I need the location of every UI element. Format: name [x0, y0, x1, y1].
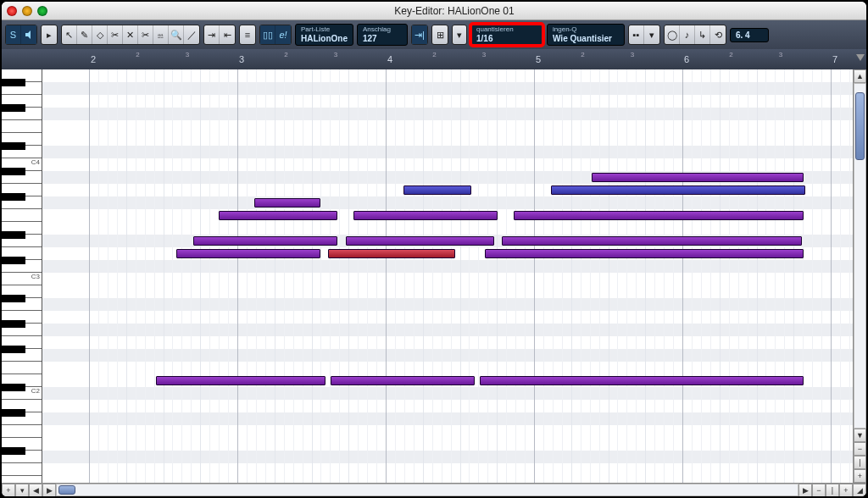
horizontal-scrollbar[interactable] [56, 484, 798, 496]
vertical-scroll-thumb[interactable] [855, 92, 865, 160]
move-insert-button[interactable]: ↳ [695, 25, 710, 44]
midi-note[interactable] [156, 376, 326, 385]
ruler-bar-number: 2 [81, 49, 106, 69]
scroll-left-button[interactable]: ◀ [29, 484, 42, 496]
zoom-h-slider[interactable]: | [826, 484, 839, 496]
erase-tool-icon[interactable]: ◇ [92, 25, 108, 44]
length-q-label: ingen-Q [553, 26, 619, 34]
midi-note[interactable] [331, 376, 475, 385]
split-tool-icon[interactable]: ✂ [138, 25, 153, 44]
midi-note[interactable] [592, 173, 804, 182]
show-info-button[interactable]: ≡ [240, 25, 255, 44]
vertical-scrollbar[interactable] [854, 83, 866, 429]
velocity-field[interactable]: Anschlag 127 [357, 24, 408, 46]
midi-note[interactable] [193, 236, 337, 246]
feedback-button[interactable] [21, 25, 36, 44]
color-menu-arrow-icon[interactable]: ▾ [644, 25, 659, 44]
quantize-label: quantisieren [476, 26, 537, 34]
controller-lane-toggle[interactable]: ▾ [15, 484, 29, 496]
midi-note[interactable] [514, 211, 804, 220]
length-q-value: Wie Quantisier [553, 34, 619, 43]
window-maximize-button[interactable] [37, 6, 47, 16]
record-pitch-button[interactable]: ⟲ [710, 25, 726, 44]
mute-tool-icon[interactable]: ✕ [123, 25, 138, 44]
midi-note[interactable] [346, 236, 494, 246]
scroll-right-end-button[interactable]: ▶ [798, 484, 812, 496]
time-ruler[interactable]: 223323423523623723 [2, 49, 866, 69]
nudge-right-button[interactable]: ⇤ [220, 25, 235, 44]
show-controllers-button[interactable]: ▯▯ [260, 25, 275, 44]
zoom-h-in-button[interactable]: + [839, 484, 853, 496]
snap-type-button[interactable]: ⊞ [432, 25, 448, 44]
snap-toggle-button[interactable]: ⇥| [412, 25, 427, 44]
midi-note[interactable] [328, 249, 455, 258]
glue-tool-icon[interactable]: ⎂ [153, 25, 169, 44]
ruler-bar-number: 6 [674, 49, 699, 69]
zoom-v-out-button[interactable]: − [854, 442, 866, 456]
pointer-tool-icon[interactable]: ↖ [62, 25, 77, 44]
midi-note[interactable] [403, 185, 471, 195]
part-list-value: HALionOne [301, 34, 348, 43]
midi-input-button[interactable]: ♪ [680, 25, 695, 44]
ruler-subdivision: 3 [631, 51, 634, 58]
auto-scroll-button[interactable]: ▸ [42, 25, 57, 44]
ruler-subdivision: 2 [136, 51, 139, 58]
midi-note[interactable] [551, 185, 805, 195]
horizontal-scroll-thumb[interactable] [58, 485, 75, 495]
toolbar: S ▸ ↖ ✎ ◇ ✂ ✕ ✂ ⎂ 🔍 ／ ⇥ ⇤ ≡ ▯▯ e! [2, 20, 866, 49]
ruler-bar-number: 3 [229, 49, 254, 69]
step-input-button[interactable]: ◯ [665, 25, 680, 44]
editor-main: C4C3C2 ▲ ▼ − | + [2, 69, 866, 483]
position-display: 6. 4 [730, 28, 769, 42]
part-list-selector[interactable]: Part-Liste HALionOne [295, 24, 353, 46]
ruler-menu-arrow-icon[interactable] [856, 54, 865, 61]
snap-menu-arrow-icon[interactable]: ▾ [453, 25, 466, 44]
window-minimize-button[interactable] [22, 6, 32, 16]
quantize-selector[interactable]: quantisieren 1/16 [470, 24, 543, 46]
ruler-subdivision: 2 [729, 51, 732, 58]
zoom-h-out-button[interactable]: − [812, 484, 826, 496]
midi-note[interactable] [353, 211, 498, 220]
vertical-scrollbar-area: ▲ ▼ − | + [853, 69, 866, 483]
scroll-right-button[interactable]: ▶ [42, 484, 56, 496]
midi-note[interactable] [502, 236, 802, 246]
draw-tool-icon[interactable]: ✎ [77, 25, 92, 44]
scroll-down-button[interactable]: ▼ [854, 429, 866, 442]
ruler-subdivision: 2 [432, 51, 436, 58]
midi-note[interactable] [480, 376, 804, 385]
line-tool-icon[interactable]: ／ [184, 25, 199, 44]
velocity-value: 127 [363, 34, 402, 43]
midi-note[interactable] [219, 211, 337, 220]
ruler-bar-number: 5 [526, 49, 551, 69]
part-list-label: Part-Liste [301, 26, 348, 34]
ruler-subdivision: 2 [581, 51, 584, 58]
edit-in-place-button[interactable]: e! [275, 25, 291, 44]
piano-key-label: C2 [31, 387, 40, 482]
midi-note[interactable] [485, 249, 804, 258]
ruler-subdivision: 3 [482, 51, 486, 58]
length-quantize-selector[interactable]: ingen-Q Wie Quantisier [547, 24, 625, 46]
zoom-tool-icon[interactable]: 🔍 [169, 25, 184, 44]
ruler-subdivision: 2 [284, 51, 287, 58]
corner-grip-icon[interactable]: ◢ [853, 484, 866, 496]
note-grid[interactable] [42, 69, 853, 483]
midi-note[interactable] [254, 198, 320, 208]
position-value: 6. 4 [736, 30, 763, 40]
zoom-v-slider[interactable]: | [854, 456, 866, 469]
ruler-bar-number: 7 [822, 49, 848, 69]
piano-keyboard[interactable]: C4C3C2 [2, 69, 42, 483]
color-mode-button[interactable]: ▪▪ [629, 25, 644, 44]
scroll-up-button[interactable]: ▲ [854, 69, 866, 83]
midi-note[interactable] [176, 249, 320, 258]
nudge-left-button[interactable]: ⇥ [204, 25, 220, 44]
quantize-value: 1/16 [476, 34, 537, 43]
trim-tool-icon[interactable]: ✂ [108, 25, 123, 44]
window-titlebar: Key-Editor: HALionOne 01 [2, 2, 866, 20]
ruler-subdivision: 3 [334, 51, 337, 58]
ruler-bar-number: 4 [377, 49, 403, 69]
velocity-label: Anschlag [363, 26, 402, 34]
zoom-v-in-button[interactable]: + [854, 469, 866, 483]
solo-button[interactable]: S [6, 25, 21, 44]
controller-lane-menu[interactable]: + [2, 484, 15, 496]
window-close-button[interactable] [7, 6, 17, 16]
